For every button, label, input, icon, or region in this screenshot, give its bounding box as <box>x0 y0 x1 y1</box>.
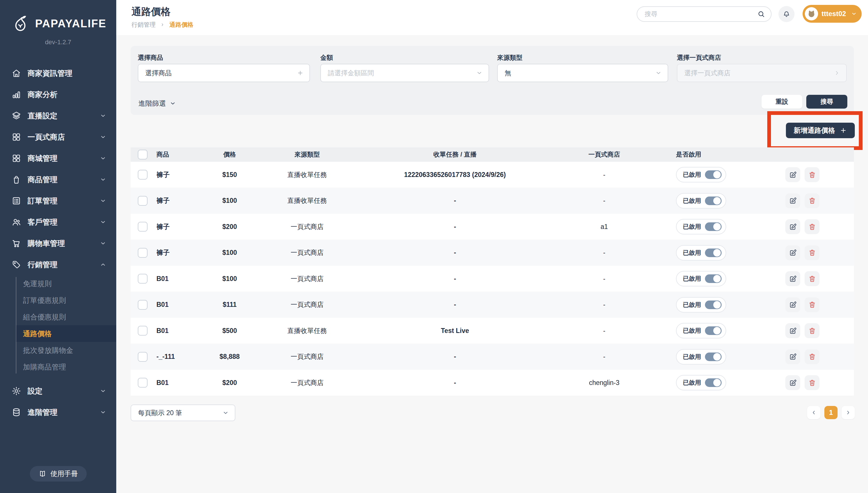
book-icon <box>39 470 46 478</box>
edit-button[interactable] <box>785 323 800 338</box>
chevron-right-icon <box>845 409 851 416</box>
add-channel-price-label: 新增通路價格 <box>794 126 835 135</box>
enabled-toggle[interactable] <box>705 352 722 361</box>
current-page-button[interactable]: 1 <box>824 406 838 419</box>
user-menu[interactable]: tttest02 <box>803 5 862 23</box>
page-size-select[interactable]: 每頁顯示 20 筆 <box>131 405 235 421</box>
cell-task-live: - <box>357 353 552 361</box>
table-row: B01 $200 一頁式商店 - chenglin-3 已啟用 <box>131 370 854 395</box>
chevron-down-icon <box>99 388 107 394</box>
add-channel-price-button[interactable]: 新增通路價格 <box>786 123 855 138</box>
sidebar: PAPAYALIFE dev-1.2.7 商家資訊管理 商家分析 直播設定 一頁… <box>0 0 116 493</box>
sidebar-item-label: 行銷管理 <box>27 260 99 270</box>
edit-button[interactable] <box>785 271 800 286</box>
submenu-item-free-shipping-rules[interactable]: 免運規則 <box>0 275 116 292</box>
select-all-checkbox[interactable] <box>138 150 147 159</box>
edit-button[interactable] <box>785 219 800 234</box>
cell-source-type: 一頁式商店 <box>257 352 357 361</box>
row-checkbox[interactable] <box>138 352 147 362</box>
notifications-button[interactable] <box>778 6 795 22</box>
enabled-label: 已啟用 <box>683 223 701 231</box>
enabled-toggle[interactable] <box>705 170 722 179</box>
sidebar-item-advanced-management[interactable]: 進階管理 <box>0 402 116 423</box>
edit-icon <box>789 249 797 257</box>
sidebar-item-product-management[interactable]: 商品管理 <box>0 169 116 190</box>
sidebar-item-order-management[interactable]: 訂單管理 <box>0 190 116 211</box>
enabled-toggle[interactable] <box>705 378 722 387</box>
chevron-down-icon <box>99 176 107 183</box>
sidebar-item-merchant-info[interactable]: 商家資訊管理 <box>0 63 116 84</box>
cell-price: $200 <box>202 379 257 387</box>
sidebar-item-label: 商品管理 <box>27 175 99 185</box>
enabled-toggle[interactable] <box>705 274 722 283</box>
cell-task-live: 122206336526017783 (2024/9/26) <box>357 171 552 179</box>
submenu-item-channel-price-active[interactable]: 通路價格 <box>16 325 116 342</box>
advanced-filter-toggle[interactable]: 進階篩選 <box>138 99 176 108</box>
edit-button[interactable] <box>785 193 800 208</box>
enabled-toggle[interactable] <box>705 326 722 335</box>
cell-source-type: 直播收單任務 <box>257 326 357 335</box>
submenu-item-addon-product[interactable]: 加購商品管理 <box>0 359 116 375</box>
submenu-item-bundle-discount-rules[interactable]: 組合優惠規則 <box>0 308 116 325</box>
enabled-toggle[interactable] <box>705 196 722 205</box>
search-icon[interactable] <box>757 10 765 18</box>
delete-button[interactable] <box>804 245 820 260</box>
delete-button[interactable] <box>804 271 820 286</box>
sidebar-item-merchant-analytics[interactable]: 商家分析 <box>0 84 116 105</box>
edit-button[interactable] <box>785 245 800 260</box>
submenu-item-batch-credit[interactable]: 批次發放購物金 <box>0 342 116 359</box>
row-checkbox[interactable] <box>138 170 147 179</box>
delete-button[interactable] <box>804 375 820 390</box>
sidebar-item-cart-management[interactable]: 購物車管理 <box>0 233 116 254</box>
delete-button[interactable] <box>804 167 820 182</box>
row-checkbox[interactable] <box>138 222 147 232</box>
row-checkbox[interactable] <box>138 378 147 388</box>
prev-page-button[interactable] <box>807 406 820 419</box>
global-search <box>637 6 772 22</box>
breadcrumb-marketing[interactable]: 行銷管理 <box>132 21 156 29</box>
enabled-toggle[interactable] <box>705 249 722 257</box>
row-checkbox[interactable] <box>138 274 147 283</box>
sidebar-item-one-page-store[interactable]: 一頁式商店 <box>0 126 116 148</box>
delete-button[interactable] <box>804 323 820 338</box>
edit-button[interactable] <box>785 167 800 182</box>
row-checkbox[interactable] <box>138 248 147 258</box>
trash-icon <box>808 327 816 335</box>
next-page-button[interactable] <box>842 406 855 419</box>
cell-product: B01 <box>156 301 202 308</box>
delete-button[interactable] <box>804 297 820 312</box>
edit-button[interactable] <box>785 349 800 364</box>
edit-icon <box>789 301 797 308</box>
sidebar-item-live-settings[interactable]: 直播設定 <box>0 105 116 126</box>
filter-product-field[interactable]: 選擇商品 <box>138 64 310 82</box>
reset-button[interactable]: 重設 <box>761 95 802 109</box>
cell-one-page-store: - <box>552 301 656 308</box>
col-header-price: 價格 <box>202 150 257 159</box>
user-manual-button[interactable]: 使用手冊 <box>30 466 87 481</box>
global-search-input[interactable] <box>645 10 757 18</box>
sidebar-item-settings[interactable]: 設定 <box>0 380 116 402</box>
search-button[interactable]: 搜尋 <box>806 95 847 109</box>
row-checkbox[interactable] <box>138 326 147 336</box>
enabled-label: 已啟用 <box>683 275 701 283</box>
sidebar-item-mall-management[interactable]: 商城管理 <box>0 148 116 169</box>
enabled-toggle[interactable] <box>705 301 722 309</box>
filter-amount-field[interactable]: 請選擇金額區間 <box>320 64 489 82</box>
edit-button[interactable] <box>785 297 800 312</box>
delete-button[interactable] <box>804 219 820 234</box>
sidebar-item-customer-management[interactable]: 客戶管理 <box>0 211 116 233</box>
enabled-toggle[interactable] <box>705 222 722 231</box>
sidebar-item-marketing-management[interactable]: 行銷管理 <box>0 254 116 275</box>
delete-button[interactable] <box>804 349 820 364</box>
filter-source-type-label: 來源類型 <box>497 53 522 62</box>
cell-one-page-store: - <box>552 171 656 179</box>
row-checkbox[interactable] <box>138 300 147 310</box>
delete-button[interactable] <box>804 193 820 208</box>
row-checkbox[interactable] <box>138 196 147 206</box>
filter-store-field[interactable]: 選擇一頁式商店 <box>677 64 847 82</box>
cell-one-page-store: - <box>552 327 656 335</box>
edit-button[interactable] <box>785 375 800 390</box>
submenu-item-order-discount-rules[interactable]: 訂單優惠規則 <box>0 292 116 308</box>
submenu-item-label: 訂單優惠規則 <box>23 296 66 305</box>
filter-source-type-select[interactable]: 無 <box>497 64 668 82</box>
